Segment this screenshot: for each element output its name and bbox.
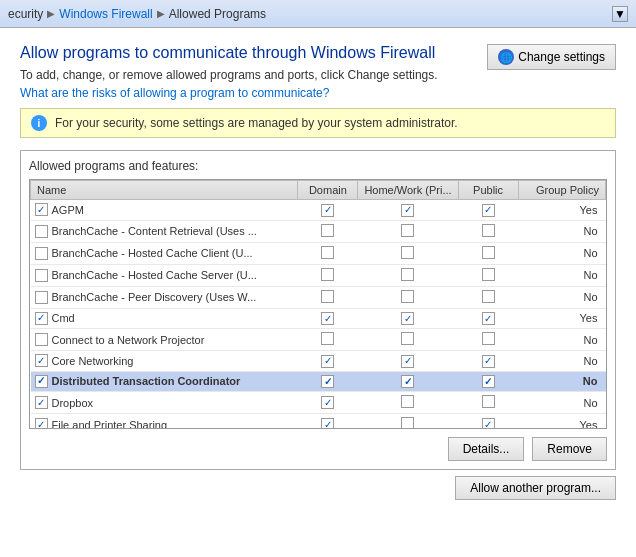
domain-checkbox[interactable] <box>321 268 334 281</box>
home-work-cell[interactable] <box>358 351 458 372</box>
domain-checkbox[interactable] <box>321 312 334 325</box>
name-checkbox[interactable] <box>35 247 48 260</box>
table-row[interactable]: CmdYes <box>31 308 606 329</box>
public-checkbox[interactable] <box>482 224 495 237</box>
public-checkbox[interactable] <box>482 395 495 408</box>
public-cell[interactable] <box>458 264 518 286</box>
public-checkbox[interactable] <box>482 268 495 281</box>
public-cell[interactable] <box>458 286 518 308</box>
home-work-checkbox[interactable] <box>401 204 414 217</box>
home-work-checkbox[interactable] <box>401 290 414 303</box>
domain-cell[interactable] <box>298 371 358 392</box>
table-row[interactable]: Core NetworkingNo <box>31 351 606 372</box>
home-work-cell[interactable] <box>358 286 458 308</box>
name-checkbox[interactable] <box>35 291 48 304</box>
table-row[interactable]: →Distributed Transaction CoordinatorNo <box>31 371 606 392</box>
public-cell[interactable] <box>458 200 518 221</box>
name-checkbox[interactable] <box>35 203 48 216</box>
domain-checkbox[interactable] <box>321 375 334 388</box>
home-work-checkbox[interactable] <box>401 246 414 259</box>
public-checkbox[interactable] <box>482 332 495 345</box>
domain-cell[interactable] <box>298 200 358 221</box>
home-work-cell[interactable] <box>358 220 458 242</box>
home-work-cell[interactable] <box>358 264 458 286</box>
domain-cell[interactable] <box>298 242 358 264</box>
home-work-cell[interactable] <box>358 308 458 329</box>
home-work-checkbox[interactable] <box>401 355 414 368</box>
table-row[interactable]: BranchCache - Content Retrieval (Uses ..… <box>31 220 606 242</box>
home-work-checkbox[interactable] <box>401 375 414 388</box>
table-row[interactable]: File and Printer SharingYes <box>31 414 606 430</box>
public-checkbox[interactable] <box>482 246 495 259</box>
change-settings-button[interactable]: 🌐 Change settings <box>487 44 616 70</box>
breadcrumb-dropdown-button[interactable]: ▼ <box>612 6 628 22</box>
domain-cell[interactable] <box>298 264 358 286</box>
domain-checkbox[interactable] <box>321 418 334 429</box>
table-row[interactable]: BranchCache - Hosted Cache Client (U...N… <box>31 242 606 264</box>
public-cell[interactable] <box>458 351 518 372</box>
domain-cell[interactable] <box>298 414 358 430</box>
name-checkbox[interactable] <box>35 269 48 282</box>
home-work-cell[interactable] <box>358 242 458 264</box>
table-row[interactable]: Connect to a Network ProjectorNo <box>31 329 606 351</box>
domain-checkbox[interactable] <box>321 290 334 303</box>
public-cell[interactable] <box>458 414 518 430</box>
col-home-work[interactable]: Home/Work (Pri... <box>358 181 458 200</box>
table-row[interactable]: BranchCache - Peer Discovery (Uses W...N… <box>31 286 606 308</box>
public-checkbox[interactable] <box>482 375 495 388</box>
home-work-checkbox[interactable] <box>401 224 414 237</box>
home-work-checkbox[interactable] <box>401 395 414 408</box>
home-work-checkbox[interactable] <box>401 268 414 281</box>
domain-cell[interactable] <box>298 286 358 308</box>
public-cell[interactable] <box>458 308 518 329</box>
col-group-policy[interactable]: Group Policy <box>518 181 605 200</box>
home-work-checkbox[interactable] <box>401 312 414 325</box>
domain-checkbox[interactable] <box>321 332 334 345</box>
domain-cell[interactable] <box>298 329 358 351</box>
col-public[interactable]: Public <box>458 181 518 200</box>
public-cell[interactable] <box>458 329 518 351</box>
public-cell[interactable] <box>458 392 518 414</box>
risk-link[interactable]: What are the risks of allowing a program… <box>20 86 329 100</box>
name-checkbox[interactable] <box>35 418 48 429</box>
public-cell[interactable] <box>458 220 518 242</box>
remove-button[interactable]: Remove <box>532 437 607 461</box>
public-checkbox[interactable] <box>482 290 495 303</box>
name-checkbox[interactable] <box>35 354 48 367</box>
table-row[interactable]: DropboxNo <box>31 392 606 414</box>
public-checkbox[interactable] <box>482 312 495 325</box>
allow-another-program-button[interactable]: Allow another program... <box>455 476 616 500</box>
table-row[interactable]: AGPMYes <box>31 200 606 221</box>
domain-cell[interactable] <box>298 308 358 329</box>
public-checkbox[interactable] <box>482 418 495 429</box>
public-cell[interactable] <box>458 371 518 392</box>
table-row[interactable]: BranchCache - Hosted Cache Server (U...N… <box>31 264 606 286</box>
name-checkbox[interactable] <box>35 375 48 388</box>
home-work-cell[interactable] <box>358 371 458 392</box>
details-button[interactable]: Details... <box>448 437 525 461</box>
domain-checkbox[interactable] <box>321 246 334 259</box>
name-checkbox[interactable] <box>35 396 48 409</box>
col-domain[interactable]: Domain <box>298 181 358 200</box>
domain-checkbox[interactable] <box>321 355 334 368</box>
public-checkbox[interactable] <box>482 355 495 368</box>
domain-checkbox[interactable] <box>321 204 334 217</box>
breadcrumb-firewall-link[interactable]: Windows Firewall <box>59 7 152 21</box>
home-work-cell[interactable] <box>358 392 458 414</box>
public-checkbox[interactable] <box>482 204 495 217</box>
home-work-cell[interactable] <box>358 414 458 430</box>
domain-cell[interactable] <box>298 392 358 414</box>
domain-checkbox[interactable] <box>321 396 334 409</box>
name-checkbox[interactable] <box>35 333 48 346</box>
home-work-cell[interactable] <box>358 329 458 351</box>
home-work-cell[interactable] <box>358 200 458 221</box>
public-cell[interactable] <box>458 242 518 264</box>
home-work-checkbox[interactable] <box>401 417 414 429</box>
name-checkbox[interactable] <box>35 225 48 238</box>
name-checkbox[interactable] <box>35 312 48 325</box>
domain-checkbox[interactable] <box>321 224 334 237</box>
domain-cell[interactable] <box>298 220 358 242</box>
col-name[interactable]: Name <box>31 181 298 200</box>
domain-cell[interactable] <box>298 351 358 372</box>
programs-table[interactable]: Name Domain Home/Work (Pri... Public Gro… <box>29 179 607 429</box>
